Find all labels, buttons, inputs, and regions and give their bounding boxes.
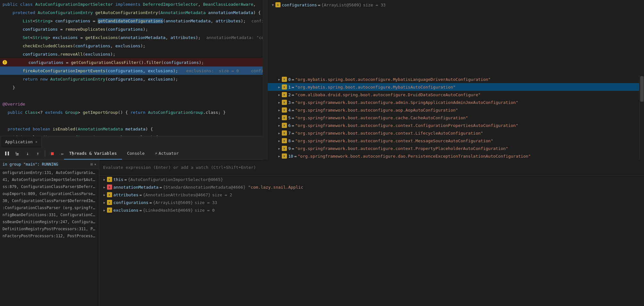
expand-excl[interactable]: ▶ [102,208,107,212]
rvar-item-4[interactable]: ▶ ≡ 4 = "org.springframework.boot.autoco… [268,106,639,114]
debug-tab-actuator[interactable]: ⚡ Actuator [150,147,184,160]
rvar-idx-0: 0 [288,77,291,82]
code-line-11: } [0,83,263,91]
code-text-11: } [3,85,263,90]
rvar-item-3[interactable]: ▶ ≡ 3 = "org.springframework.boot.autoco… [268,98,639,106]
debug-tab-console[interactable]: Console [122,147,150,160]
code-text-7: configurations.removeAll(exclusions); [3,52,263,57]
expand-0[interactable]: ▶ [277,78,282,81]
code-line-1: public class AutoConfigurationImportSele… [0,0,263,8]
expand-arrow-configurations[interactable]: ▼ [270,3,275,7]
rvar-item-6[interactable]: ▶ ≡ 6 = "org.springframework.boot.autoco… [268,122,639,129]
thread-item-2[interactable]: 41, AutoConfigurationImportSelector$Auto… [0,176,99,183]
code-line-4: configurations = removeDuplicates(config… [0,25,263,33]
var-size-attrs: size = 2 [212,192,232,197]
field-icon-1: ≡ [282,84,287,90]
code-text-4: configurations = removeDuplicates(config… [3,27,263,32]
var-type-this: {AutoConfigurationImportSelector@4665} [128,177,223,182]
var-name-excl: exclusions [113,208,138,213]
code-line-6: checkExcludedClasses(configurations, exc… [0,42,263,50]
code-text-10: return new AutoConfigurationEntry(config… [3,77,263,82]
code-text-13: @Override [3,102,263,106]
thread-item-5[interactable]: 30, ConfigurationClassParser$DeferredImp… [0,197,99,204]
svg-marker-2 [18,153,19,155]
expand-this[interactable]: ▶ [102,178,107,181]
thread-item-3[interactable]: ss:879, ConfigurationClassParser$Deferre… [0,183,99,190]
code-text-16: protected boolean isEnabled(AnnotationMe… [3,127,263,131]
rvar-item-0[interactable]: ▶ ≡ 0 = "org.mybatis.spring.boot.autocon… [268,75,639,83]
thread-item-10[interactable]: nFactoryPostProcessors:112, PostProcesso… [0,232,99,239]
application-tab[interactable]: Application × [1,136,42,148]
thread-text-7: nfigBeanDefinitions:331, ConfigurationCl… [3,213,96,217]
thread-text-8: ssBeanDefinitionRegistry:247, Configurat… [3,220,96,224]
var-val-annotation: "com.lazy.snail.Applic [246,185,303,190]
thread-item-4[interactable]: oupImports:809, ConfigurationClassParser… [0,190,99,197]
debug-tab-console-label: Console [127,151,145,156]
rvar-item-8[interactable]: ▶ ≡ 8 = "org.springframework.boot.autoco… [268,137,639,145]
expression-panel [99,160,644,176]
rvar-item-9[interactable]: ▶ ≡ 9 = "org.springframework.boot.autoco… [268,145,639,152]
filter-icon[interactable]: ⊞ [91,162,93,167]
code-line-5: Set<String> exclusions = getExclusions(a… [0,33,263,42]
code-line-12 [0,91,263,100]
code-line-14: public Class<? extends Group> getImportG… [0,108,263,116]
rvar-item-7[interactable]: ▶ ≡ 7 = "org.springframework.boot.autoco… [268,129,639,137]
expand-attrs[interactable]: ▶ [102,193,107,197]
debug-tab-threads-vars[interactable]: Threads & Variables [64,147,122,160]
code-line-10: return new AutoConfigurationEntry(config… [0,75,263,83]
code-line-9: fireAutoConfigurationImportEvents(config… [0,67,263,75]
debug-btn-resume[interactable] [3,149,12,158]
rvar-item-2[interactable]: ▶ ≡ 2 = "com.alibaba.druid.spring.boot.a… [268,91,639,98]
var-row-this[interactable]: ▶ ≡ this = {AutoConfigurationImportSelec… [99,176,644,183]
rvar-type-configurations: {ArrayList@5609} [321,3,361,7]
expand-annotation[interactable]: ▶ [102,185,107,189]
var-row-annotationMetadata[interactable]: ▶ ≡ annotationMetadata = {StandardAnnota… [99,183,644,191]
debug-btn-step-into[interactable]: ↓ [23,149,32,158]
code-line-16: protected boolean isEnabled(AnnotationMe… [0,125,263,133]
var-type-annotation: {StandardAnnotationMetadata@4666} [163,185,246,190]
thread-item-6[interactable]: :ConfigurationClassParser (org.springfra… [0,204,99,211]
debug-btn-step-out[interactable]: ↑ [33,149,42,158]
rvar-val-1: "org.mybatis.spring.boot.autoconfigure.M… [295,85,456,90]
thread-item-7[interactable]: nfigBeanDefinitions:331, ConfigurationCl… [0,211,99,218]
expression-input[interactable] [103,165,640,170]
field-icon-attrs: ≡ [107,192,112,197]
debug-btn-stop[interactable]: ⏹ [48,149,57,158]
expand-configs[interactable]: ▶ [102,201,107,204]
scrollbar-thumb[interactable] [640,76,644,102]
thread-text-1: onfigurationEntry:131, AutoConfiguration… [3,170,96,175]
dropdown-arrow[interactable]: ▾ [94,162,96,167]
rvar-size-configurations: size = 33 [363,3,386,7]
var-type-excl: {LinkedHashSet@4669} [143,208,193,213]
svg-rect-0 [5,152,6,155]
thread-item-8[interactable]: ssBeanDefinitionRegistry:247, Configurat… [0,218,99,225]
rvar-item-1[interactable]: ▶ ≡ 1 = "org.mybatis.spring.boot.autocon… [268,83,639,91]
var-type-configs: {ArrayList@5609} [153,200,193,205]
debug-btn-step-over[interactable] [13,149,22,158]
toolbar-separator [45,150,45,157]
field-icon-configurations: ≡ [275,2,281,7]
thread-item-1[interactable]: onfigurationEntry:131, AutoConfiguration… [0,169,99,176]
var-name-this: this [113,177,123,182]
thread-text-2: 41, AutoConfigurationImportSelector$Auto… [3,177,96,182]
field-icon-this: ≡ [107,177,112,182]
thread-header: in group "main": RUNNING ⊞ ▾ [0,160,99,169]
rvar-item-10[interactable]: ▶ ≡ 10 = "org.springframework.boot.autoc… [268,152,639,160]
variables-bottom-panel: ▶ ≡ this = {AutoConfigurationImportSelec… [99,176,644,306]
var-row-attributes[interactable]: ▶ ≡ attributes = {AnnotationAttributes@4… [99,191,644,199]
expand-1[interactable]: ▶ [277,85,282,89]
code-line-13: @Override [0,100,263,108]
application-tab-close[interactable]: × [35,140,37,144]
var-row-exclusions[interactable]: ▶ ≡ exclusions = {LinkedHashSet@4669} si… [99,206,644,214]
application-tab-label: Application [5,139,33,144]
actuator-icon: ⚡ [155,151,158,156]
right-var-configurations-header[interactable]: ▼ ≡ configurations = {ArrayList@5609} si… [268,0,639,10]
code-line-15 [0,116,263,125]
var-name-configs: configurations [113,200,149,205]
rvar-item-5[interactable]: ▶ ≡ 5 = "org.springframework.boot.autoco… [268,114,639,122]
thread-text-9: DefinitionRegistryPostProcessors:311, Po… [3,227,96,231]
thread-item-9[interactable]: DefinitionRegistryPostProcessors:311, Po… [0,225,99,232]
warning-icon: ! [3,60,7,65]
var-row-configurations[interactable]: ▶ ≡ configurations = {ArrayList@5609} si… [99,199,644,206]
field-icon-configs: ≡ [107,200,112,205]
